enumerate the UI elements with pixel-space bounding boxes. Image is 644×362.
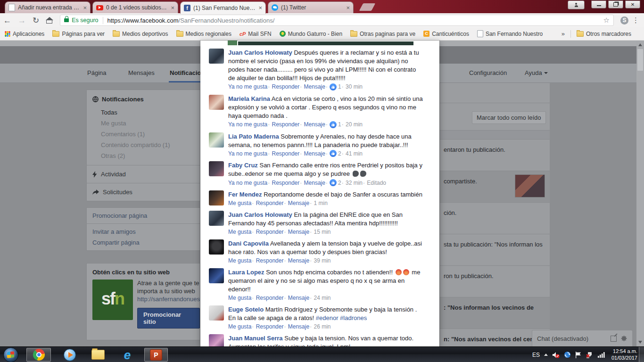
sidebar-filter[interactable]: Otras (2) [87,150,200,161]
message-link[interactable]: Mensaje [283,200,309,206]
nav-pagina[interactable]: Página [87,69,106,76]
skype-extension-icon[interactable]: S [620,16,628,25]
bookmark-item[interactable]: cP Mail SFN [239,31,272,37]
reply-link[interactable]: Responder [251,257,283,264]
avatar[interactable] [209,334,224,346]
bookmark-item[interactable]: Medios deportivos [113,31,168,37]
taskbar-powerpoint[interactable]: P [144,348,168,362]
reply-link[interactable]: Responder [251,295,283,301]
browser-tab-1[interactable]: Añadir nueva entrada ‹ S × [5,1,91,13]
comment-author-link[interactable]: Mariela Karina [228,95,270,102]
taskbar-media-player[interactable] [59,348,80,362]
hashtag-link[interactable]: #edenor #ladrones [316,314,367,321]
comment-author-link[interactable]: Faby Cruz [228,162,258,169]
like-link[interactable]: Ya no me gusta [228,180,267,186]
mark-all-read-button[interactable]: Marcar todo como leído [472,111,546,124]
message-link[interactable]: Mensaje [299,180,325,186]
gear-icon[interactable] [620,335,627,342]
reply-link[interactable]: Responder [267,83,299,90]
comment-author-link[interactable]: Juan Carlos Holowaty [228,49,292,56]
avatar[interactable] [209,49,224,64]
bookmark-item[interactable]: Medios regionales [176,31,231,37]
bookmark-item[interactable]: Páginas para ver [52,31,105,37]
like-link[interactable]: Me gusta [228,200,251,206]
like-link[interactable]: Me gusta [228,295,251,301]
comment-author-link[interactable]: Juan Manuel Serra [228,335,283,342]
comment-author-link[interactable]: Juan Carlos Holowaty [228,211,292,218]
notification-row[interactable]: ron tu publicación. [440,266,550,297]
other-bookmarks[interactable]: Otros marcadores [577,31,631,37]
message-link[interactable]: Mensaje [299,121,325,128]
message-link[interactable]: Mensaje [299,83,325,90]
show-desktop-button[interactable] [639,347,644,362]
scrollbar-thumb[interactable] [637,49,643,71]
reply-link[interactable]: Responder [267,150,299,157]
like-link[interactable]: Me gusta [228,323,251,330]
promote-page-link[interactable]: Promocionar página [87,208,200,224]
comment-author-link[interactable]: Dani Capovila [228,240,269,247]
promo-site-link[interactable]: http://sanfernandonues [137,296,200,304]
sync-icon[interactable] [564,351,571,358]
avatar[interactable] [209,161,224,176]
reply-link[interactable]: Responder [251,229,283,235]
taskbar-chrome[interactable] [26,348,51,362]
like-count-badge[interactable]: 2 [325,179,341,186]
nav-ayuda[interactable]: Ayuda [525,69,548,76]
reply-link[interactable]: Responder [251,323,283,330]
like-link[interactable]: Me gusta [228,257,251,264]
message-link[interactable]: Mensaje [283,323,309,330]
message-link[interactable]: Mensaje [299,150,325,157]
home-icon[interactable] [46,17,53,24]
network-error-icon[interactable] [586,352,594,358]
chat-bar[interactable]: Chat (desactivado) [532,330,633,346]
browser-tab-4[interactable]: (1) Twitter × [268,1,354,13]
sidebar-filter[interactable]: Comentarios (1) [87,129,200,140]
reply-link[interactable]: Responder [267,180,299,186]
taskbar-file-explorer[interactable] [88,348,108,362]
reply-link[interactable]: Responder [267,121,299,128]
message-link[interactable]: Mensaje [283,295,309,301]
bookmark-star-icon[interactable]: ☆ [603,16,610,25]
notification-row[interactable]: entaron tu publicación. [440,140,550,171]
nav-mensajes[interactable]: Mensajes [128,69,155,76]
reply-link[interactable]: Responder [251,200,283,206]
avatar[interactable] [209,305,224,321]
avatar[interactable] [209,268,224,283]
sidebar-item-actividad[interactable]: Actividad [87,165,200,183]
scroll-down-arrow[interactable] [638,341,642,344]
avatar[interactable] [209,95,224,110]
message-link[interactable]: Mensaje [283,229,309,235]
start-button[interactable] [3,348,19,362]
hidden-icons-arrow[interactable] [544,354,548,356]
avatar[interactable] [209,239,224,255]
notification-row[interactable]: compartiste. [440,171,550,203]
volume-muted-icon[interactable] [552,352,560,358]
avatar[interactable] [209,190,224,206]
like-link[interactable]: Ya no me gusta [228,150,267,157]
avatar[interactable] [209,211,224,226]
notification-row[interactable]: sta tu publicación: "Nos informan los [440,234,550,266]
like-link[interactable]: Ya no me gusta [228,83,267,90]
promote-site-button[interactable]: Promocionar sitio [137,308,200,329]
browser-tab-3-active[interactable]: f (1) San Fernando Nuestro × [180,1,266,14]
comment-author-link[interactable]: Euge Sotelo [228,306,264,313]
bookmarks-overflow-icon[interactable]: » [561,30,565,37]
close-button[interactable]: ✕ [625,0,640,8]
bookmark-item[interactable]: Mundo Gaturro - Bien [280,31,342,37]
new-tab-button[interactable] [359,3,376,11]
notification-row[interactable]: : "Nos informan los vecinos de [440,297,550,329]
language-indicator[interactable]: ES [532,352,540,358]
tab-close-icon[interactable]: × [258,5,262,11]
profile-button[interactable] [568,0,585,9]
scroll-up-arrow[interactable] [638,43,642,46]
tab-close-icon[interactable]: × [346,5,350,11]
page-scrollbar[interactable] [636,41,644,346]
taskbar-internet-explorer[interactable]: e [117,348,138,362]
like-link[interactable]: Ya no me gusta [228,121,267,128]
chrome-menu-icon[interactable]: ⋮ [632,16,639,25]
like-count-badge[interactable]: 1 [325,121,341,128]
maximize-button[interactable] [608,0,623,8]
comment-author-link[interactable]: Fer Mendez [228,191,262,198]
like-count-badge[interactable]: 1 [325,83,341,90]
sidebar-filter[interactable]: Me gusta [87,118,200,129]
